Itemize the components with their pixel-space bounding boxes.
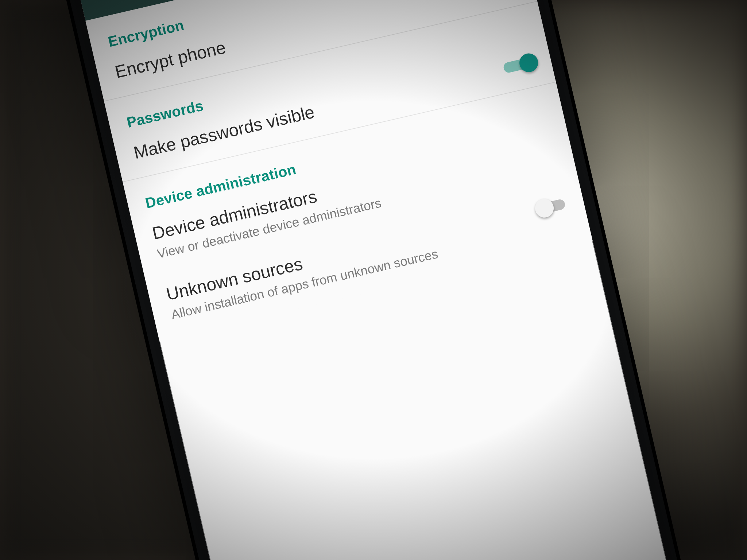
settings-list[interactable]: Encryption Encrypt phone Passwords Make …: [85, 0, 592, 341]
toggle-unknown-sources[interactable]: [533, 192, 573, 220]
back-button[interactable]: [82, 0, 121, 8]
toggle-thumb: [533, 197, 556, 219]
toggle-passwords-visible[interactable]: [500, 50, 540, 79]
toggle-thumb: [518, 51, 540, 74]
